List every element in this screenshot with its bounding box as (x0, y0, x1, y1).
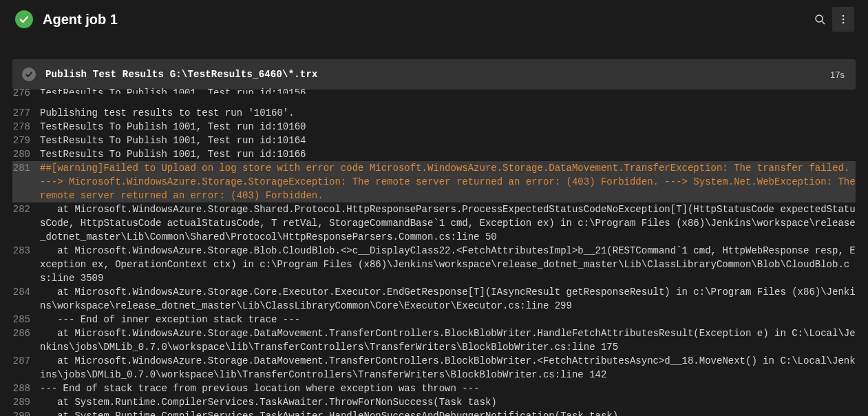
line-number: 278 (12, 120, 40, 134)
step-duration: 17s (830, 70, 845, 80)
line-number: 283 (12, 244, 40, 258)
line-text: at Microsoft.WindowsAzure.Storage.DataMo… (40, 354, 856, 382)
line-number: 287 (12, 354, 40, 368)
log-line[interactable]: 278TestResults To Publish 1001, Test run… (12, 120, 856, 134)
log-line[interactable]: 287 at Microsoft.WindowsAzure.Storage.Da… (12, 354, 856, 382)
line-text: TestResults To Publish 1001, Test run id… (40, 147, 856, 161)
line-number: 289 (12, 395, 40, 409)
step-status-success-icon (22, 67, 36, 81)
log-line[interactable]: 279TestResults To Publish 1001, Test run… (12, 134, 856, 147)
line-text: TestResults To Publish 1001, Test run id… (40, 134, 856, 147)
line-number: 280 (12, 147, 40, 161)
line-text: at Microsoft.WindowsAzure.Storage.Core.E… (40, 285, 856, 313)
log-line[interactable]: 277Publishing test results to test run '… (12, 106, 856, 120)
line-text: TestResults To Publish 1001, Test run id… (40, 120, 856, 134)
line-text: at System.Runtime.CompilerServices.TaskA… (40, 409, 856, 416)
line-text: ##[warning]Failed to Upload on log store… (40, 161, 856, 202)
line-number: 279 (12, 134, 40, 147)
line-text: --- End of inner exception stack trace -… (40, 313, 856, 326)
line-text: at System.Runtime.CompilerServices.TaskA… (40, 395, 856, 409)
log-line[interactable]: 290 at System.Runtime.CompilerServices.T… (12, 409, 856, 416)
job-title: Agent job 1 (43, 12, 809, 28)
log-line[interactable]: 276TestResults To Publish 1001, Test run… (12, 92, 856, 106)
line-number: 290 (12, 409, 40, 416)
line-text: --- End of stack trace from previous loc… (40, 382, 856, 395)
line-number: 276 (12, 86, 40, 100)
line-number: 281 (12, 161, 40, 175)
more-actions-button[interactable] (832, 7, 854, 32)
log-line[interactable]: 289 at System.Runtime.CompilerServices.T… (12, 395, 856, 409)
line-text: at Microsoft.WindowsAzure.Storage.Shared… (40, 202, 856, 244)
line-text: at Microsoft.WindowsAzure.Storage.Blob.C… (40, 244, 856, 285)
line-number: 288 (12, 382, 40, 395)
job-header: Agent job 1 (0, 0, 868, 39)
log-line[interactable]: 284 at Microsoft.WindowsAzure.Storage.Co… (12, 285, 856, 313)
log-line[interactable]: 283 at Microsoft.WindowsAzure.Storage.Bl… (12, 244, 856, 285)
svg-point-3 (843, 19, 845, 21)
log-line[interactable]: 286 at Microsoft.WindowsAzure.Storage.Da… (12, 326, 856, 354)
line-number: 286 (12, 326, 40, 340)
log-line[interactable]: 280TestResults To Publish 1001, Test run… (12, 147, 856, 161)
line-text: at Microsoft.WindowsAzure.Storage.DataMo… (40, 326, 856, 354)
svg-point-0 (816, 15, 823, 22)
log-line[interactable]: 285 --- End of inner exception stack tra… (12, 313, 856, 326)
log-line[interactable]: 288--- End of stack trace from previous … (12, 382, 856, 395)
line-text: Publishing test results to test run '101… (40, 106, 856, 120)
line-number: 282 (12, 202, 40, 216)
svg-point-2 (843, 15, 845, 17)
step-row[interactable]: Publish Test Results G:\TestResults_6460… (12, 59, 856, 90)
line-number: 285 (12, 313, 40, 326)
svg-line-1 (822, 21, 825, 24)
line-number: 284 (12, 285, 40, 299)
search-button[interactable] (809, 7, 831, 32)
step-label: Publish Test Results G:\TestResults_6460… (45, 69, 830, 80)
log-output[interactable]: 276TestResults To Publish 1001, Test run… (0, 92, 868, 416)
line-number: 277 (12, 106, 40, 120)
svg-point-4 (843, 22, 845, 24)
log-line[interactable]: 282 at Microsoft.WindowsAzure.Storage.Sh… (12, 202, 856, 244)
job-status-success-icon (15, 10, 33, 28)
header-actions (809, 7, 854, 32)
line-text: TestResults To Publish 1001, Test run id… (40, 86, 856, 94)
log-line-warning[interactable]: 281##[warning]Failed to Upload on log st… (12, 161, 856, 202)
